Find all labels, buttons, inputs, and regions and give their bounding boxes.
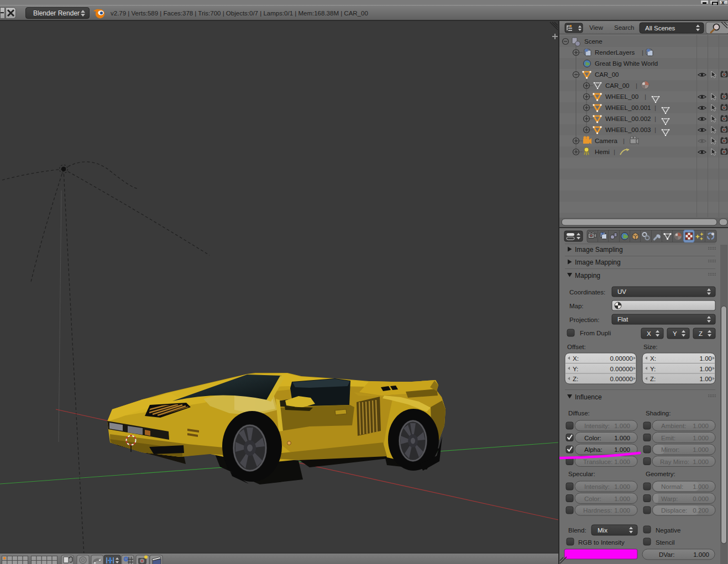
svg-text:Image Sampling: Image Sampling — [575, 246, 623, 254]
svg-text:Map:: Map: — [569, 303, 584, 309]
svg-text:WHEEL_00.001: WHEEL_00.001 — [605, 104, 651, 111]
svg-text:1.000: 1.000 — [614, 483, 630, 490]
svg-text:|: | — [654, 126, 656, 133]
svg-text:Image Mapping: Image Mapping — [575, 259, 621, 266]
svg-text:Y:: Y: — [650, 366, 656, 372]
svg-text:All Scenes: All Scenes — [645, 25, 675, 31]
svg-text:Specular:: Specular: — [568, 471, 595, 477]
svg-text:Scene: Scene — [584, 38, 603, 45]
svg-text:Color:: Color: — [584, 435, 601, 441]
svg-text:Transluce:: Transluce: — [583, 458, 612, 465]
svg-text:Projection:: Projection: — [569, 317, 599, 323]
svg-text:1.000: 1.000 — [693, 483, 709, 490]
svg-text:UV: UV — [617, 288, 626, 295]
svg-text:Coordinates:: Coordinates: — [569, 289, 605, 296]
svg-text:Hemi: Hemi — [595, 149, 610, 155]
svg-text:Color:: Color: — [584, 496, 601, 502]
svg-text:Intensity:: Intensity: — [584, 483, 610, 490]
svg-text:Search: Search — [614, 24, 634, 31]
svg-text:Mirror:: Mirror: — [661, 446, 679, 453]
svg-text:RGB to Intensity: RGB to Intensity — [578, 539, 625, 546]
svg-text:RenderLayers: RenderLayers — [595, 49, 635, 56]
svg-text:X:: X: — [650, 355, 656, 362]
svg-text:Camera: Camera — [595, 138, 618, 144]
svg-text:Flat: Flat — [617, 316, 629, 323]
svg-text:0.00000: 0.00000 — [610, 355, 633, 362]
svg-text:Emit:: Emit: — [661, 435, 675, 441]
svg-text:Z:: Z: — [573, 376, 578, 382]
svg-text:1.000: 1.000 — [693, 446, 709, 453]
svg-text:0.00000: 0.00000 — [610, 366, 633, 372]
svg-text:X: X — [647, 330, 651, 337]
svg-text:Negative: Negative — [656, 527, 680, 534]
svg-text:Mix: Mix — [598, 527, 607, 534]
svg-text:Ray Mirro:: Ray Mirro: — [660, 458, 689, 465]
svg-text:0.200: 0.200 — [693, 507, 709, 514]
svg-text:CAR_00: CAR_00 — [605, 82, 629, 89]
svg-text:1.00: 1.00 — [700, 376, 712, 382]
svg-text:Diffuse:: Diffuse: — [568, 410, 590, 417]
svg-text:Influence: Influence — [575, 393, 602, 401]
svg-text:|: | — [614, 149, 615, 155]
svg-text:|: | — [645, 93, 646, 100]
svg-text:Hardness:: Hardness: — [583, 507, 612, 514]
svg-text:1.00: 1.00 — [700, 355, 712, 362]
svg-text:1.000: 1.000 — [614, 507, 630, 514]
svg-text:1.000: 1.000 — [614, 496, 630, 502]
svg-text:Y: Y — [673, 330, 677, 337]
svg-text:1.000: 1.000 — [614, 435, 630, 441]
svg-text:X:: X: — [573, 355, 579, 362]
svg-text:Normal:: Normal: — [661, 483, 683, 490]
svg-text:Z: Z — [699, 330, 703, 337]
svg-text:WHEEL_00: WHEEL_00 — [605, 93, 638, 100]
svg-text:|: | — [654, 104, 656, 111]
svg-text:Shading:: Shading: — [646, 410, 671, 417]
svg-text:|: | — [623, 138, 625, 144]
svg-text:DVar:: DVar: — [659, 551, 675, 558]
svg-text:Geometry:: Geometry: — [646, 471, 675, 477]
svg-text:|: | — [654, 115, 656, 122]
svg-text:Ambient:: Ambient: — [661, 423, 686, 429]
svg-text:|: | — [642, 49, 643, 56]
svg-text:Y:: Y: — [573, 366, 578, 372]
svg-text:1.000: 1.000 — [614, 423, 630, 429]
svg-text:0.000: 0.000 — [693, 496, 709, 502]
svg-text:Great Big White World: Great Big White World — [595, 60, 658, 67]
svg-text:Offset:: Offset: — [567, 344, 586, 350]
svg-text:Alpha:: Alpha: — [584, 446, 603, 453]
svg-text:Z:: Z: — [650, 376, 656, 382]
svg-text:View: View — [589, 24, 603, 31]
svg-text:1.000: 1.000 — [693, 551, 709, 558]
svg-text:1.000: 1.000 — [614, 458, 630, 465]
svg-text:Size:: Size: — [643, 344, 658, 350]
svg-text:From Dupli: From Dupli — [580, 330, 611, 336]
svg-text:|: | — [636, 82, 637, 89]
svg-text:Displace:: Displace: — [661, 507, 687, 514]
svg-text:Warp:: Warp: — [661, 496, 678, 502]
svg-text:WHEEL_00.002: WHEEL_00.002 — [605, 115, 651, 122]
svg-text:1.000: 1.000 — [693, 423, 709, 429]
svg-text:1.000: 1.000 — [693, 435, 709, 441]
svg-text:Mapping: Mapping — [575, 272, 600, 280]
svg-text:Stencil: Stencil — [656, 539, 675, 546]
svg-text:1.00: 1.00 — [700, 366, 712, 372]
svg-text:1.000: 1.000 — [693, 458, 709, 465]
svg-text:CAR_00: CAR_00 — [595, 71, 619, 78]
svg-text:WHEEL_00.003: WHEEL_00.003 — [605, 126, 651, 133]
svg-text:Intensity:: Intensity: — [584, 423, 610, 429]
svg-text:0.00000: 0.00000 — [610, 376, 633, 382]
svg-text:1.000: 1.000 — [614, 446, 630, 453]
svg-text:Blend:: Blend: — [568, 527, 586, 534]
